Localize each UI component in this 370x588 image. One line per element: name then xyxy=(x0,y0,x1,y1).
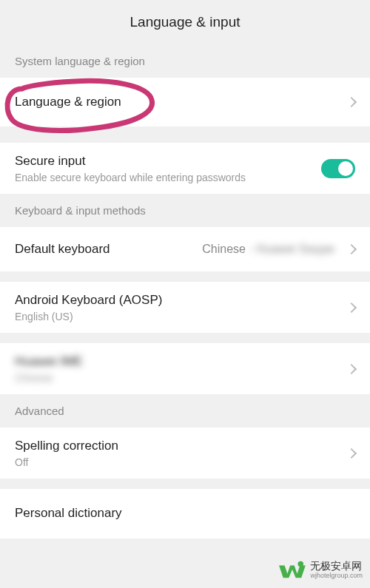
language-region-label: Language & region xyxy=(15,94,342,110)
svg-point-0 xyxy=(298,561,304,567)
section-keyboard-methods: Keyboard & input methods xyxy=(0,194,370,227)
section-gap xyxy=(0,271,370,282)
item-secure-input[interactable]: Secure input Enable secure keyboard whil… xyxy=(0,143,370,194)
section-advanced: Advanced xyxy=(0,394,370,428)
watermark-logo-icon xyxy=(278,558,306,582)
chevron-right-icon xyxy=(346,244,357,254)
page-title: Language & input xyxy=(130,14,240,30)
section-system-language: System language & region xyxy=(0,44,370,78)
watermark-cn-text: 无极安卓网 xyxy=(310,561,363,572)
default-keyboard-value: Chinese - Huawei Swype xyxy=(202,243,334,256)
section-gap xyxy=(0,126,370,143)
watermark-url-text: wjhotelgroup.com xyxy=(310,572,363,580)
spelling-subtitle: Off xyxy=(15,456,342,468)
blurred-keyboard-subtitle: Chinese xyxy=(15,372,74,384)
section-gap xyxy=(0,479,370,489)
secure-input-label: Secure input xyxy=(15,153,321,169)
chevron-right-icon xyxy=(346,364,357,374)
section-gap xyxy=(0,333,370,343)
item-aosp-keyboard[interactable]: Android Keyboard (AOSP) English (US) xyxy=(0,282,370,333)
item-blurred-keyboard[interactable]: Huawei IME Chinese xyxy=(0,343,370,394)
secure-input-toggle[interactable] xyxy=(321,159,355,178)
aosp-keyboard-label: Android Keyboard (AOSP) xyxy=(15,292,342,308)
dictionary-label: Personal dictionary xyxy=(15,505,355,521)
secure-input-subtitle: Enable secure keyboard while entering pa… xyxy=(15,172,321,183)
page-header: Language & input xyxy=(0,0,370,44)
item-language-region[interactable]: Language & region xyxy=(0,78,370,126)
item-spelling-correction[interactable]: Spelling correction Off xyxy=(0,428,370,479)
aosp-keyboard-subtitle: English (US) xyxy=(15,311,342,322)
spelling-label: Spelling correction xyxy=(15,438,342,454)
default-keyboard-label: Default keyboard xyxy=(15,241,202,257)
item-personal-dictionary[interactable]: Personal dictionary xyxy=(0,489,370,538)
chevron-right-icon xyxy=(346,97,357,107)
chevron-right-icon xyxy=(346,303,357,313)
chevron-right-icon xyxy=(346,448,357,459)
item-default-keyboard[interactable]: Default keyboard Chinese - Huawei Swype xyxy=(0,227,370,271)
blurred-keyboard-label: Huawei IME xyxy=(15,354,96,370)
watermark: 无极安卓网 wjhotelgroup.com xyxy=(278,558,363,582)
